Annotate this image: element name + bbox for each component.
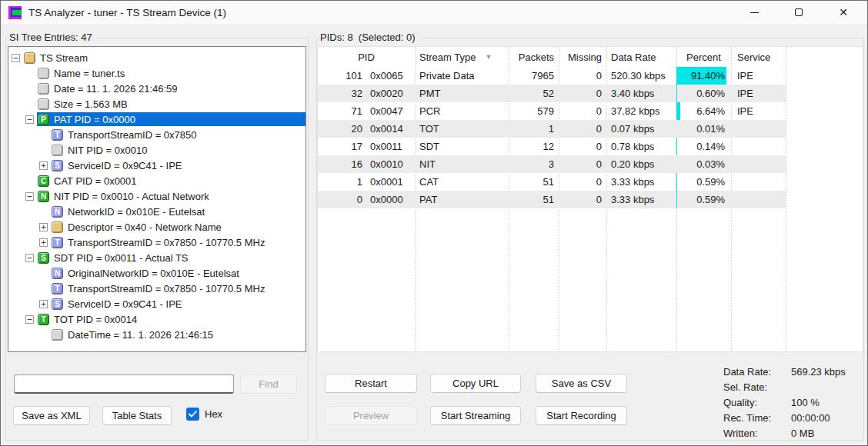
search-input[interactable] (14, 374, 234, 394)
table-stats-button[interactable]: Table Stats (102, 406, 172, 425)
tree-item-body[interactable]: NIT PID = 0x0010 (51, 143, 305, 157)
cell-stream-type: PMT (415, 85, 509, 102)
tree-item[interactable]: −NNetworkID = 0x010E - Eutelsat (8, 204, 305, 219)
tree-item[interactable]: −Name = tuner.ts (8, 65, 305, 81)
cell-data-rate: 0.20 kbps (606, 155, 676, 173)
find-button[interactable]: Find (240, 374, 297, 394)
header-missing[interactable]: Missing (559, 47, 606, 67)
table-row[interactable]: 00x0000PAT5103.33 kbps0.59% (318, 191, 786, 208)
header-pid[interactable]: PID (318, 47, 415, 67)
save-as-csv-button[interactable]: Save as CSV (536, 374, 627, 393)
tree-item-label: Date = 11. 1. 2026 21:46:59 (54, 83, 178, 95)
tree-item[interactable]: −NNIT PID = 0x0010 - Actual Network (8, 188, 305, 204)
table-row[interactable]: 10x0001CAT5103.33 kbps0.59% (318, 173, 786, 191)
start-streaming-button[interactable]: Start Streaming (430, 406, 521, 425)
pid-decimal: 0 (318, 194, 362, 205)
stat-label: Data Rate: (723, 366, 791, 378)
tree-item-label: Descriptor = 0x40 - Network Name (68, 221, 222, 233)
header-data-rate[interactable]: Data Rate (606, 47, 676, 67)
expand-icon[interactable]: + (39, 223, 48, 231)
tree-item[interactable]: +TTransportStreamID = 0x7850 - 10770.5 M… (8, 235, 305, 250)
tree-item[interactable]: +Descriptor = 0x40 - Network Name (8, 219, 305, 235)
tree-item[interactable]: −TTransportStreamID = 0x7850 (8, 127, 305, 142)
tree-item[interactable]: −Date = 11. 1. 2026 21:46:59 (8, 81, 305, 96)
table-row[interactable]: 710x0047PCR579037.82 kbps6.64%IPE (318, 102, 786, 120)
header-stream-type[interactable]: Stream Type ▼ (415, 47, 509, 67)
tree-item-body[interactable]: Descriptor = 0x40 - Network Name (51, 220, 305, 234)
tree-item-body[interactable]: CCAT PID = 0x0001 (37, 174, 305, 188)
tree-item-body[interactable]: NNIT PID = 0x0010 - Actual Network (37, 189, 305, 203)
collapse-icon[interactable]: − (25, 115, 34, 124)
tree-item-body[interactable]: Size = 1.563 MB (37, 97, 305, 111)
stat-label: Written: (723, 428, 791, 439)
tree-item-body[interactable]: TTransportStreamID = 0x7850 (51, 128, 305, 141)
tree-item-body[interactable]: TTOT PID = 0x0014 (37, 312, 305, 326)
header-service[interactable]: Service (731, 47, 786, 67)
tree-item-body[interactable]: SSDT PID = 0x0011 - Actual TS (37, 251, 305, 265)
sort-descending-icon: ▼ (485, 53, 492, 61)
cell-service: IPE (731, 67, 786, 85)
tree-item[interactable]: +SServiceID = 0x9C41 - IPE (8, 158, 305, 173)
tree-item[interactable]: −NIT PID = 0x0010 (8, 142, 305, 158)
tree-item[interactable]: +SServiceID = 0x9C41 - IPE (8, 296, 305, 311)
si-tree-groupbox: SI Tree Entries: 47 −TS Stream−Name = tu… (5, 38, 309, 441)
cell-stream-type: PCR (415, 102, 509, 120)
tree-item[interactable]: −CCAT PID = 0x0001 (8, 173, 305, 188)
tree-item[interactable]: −PPAT PID = 0x0000 (8, 112, 305, 127)
tree-item[interactable]: −DateTime = 11. 1. 2026 21:46:15 (8, 327, 305, 342)
pid-table[interactable]: PID Stream Type ▼ Packets Missing Data R… (317, 46, 863, 352)
tree-item[interactable]: −SSDT PID = 0x0011 - Actual TS (8, 250, 305, 265)
cell-stream-type: TOT (415, 120, 509, 138)
tree-item-body[interactable]: SServiceID = 0x9C41 - IPE (51, 158, 305, 172)
table-row[interactable]: 170x0011SDT1200.78 kbps0.14% (318, 138, 786, 155)
tree-item-body[interactable]: Date = 11. 1. 2026 21:46:59 (37, 82, 305, 95)
tree-item-body[interactable]: Name = tuner.ts (37, 66, 305, 80)
tree-item[interactable]: −TTOT PID = 0x0014 (8, 311, 305, 327)
tree-item-body[interactable]: TTransportStreamID = 0x7850 - 10770.5 MH… (51, 281, 305, 295)
minimize-button[interactable] (732, 1, 776, 24)
tree-item[interactable]: −NOriginalNetworkID = 0x010E - Eutelsat (8, 265, 305, 281)
expand-icon[interactable]: + (39, 300, 48, 308)
cell-packets: 51 (509, 191, 559, 208)
tree-item-body[interactable]: NNetworkID = 0x010E - Eutelsat (51, 205, 305, 218)
tree-item-body[interactable]: SServiceID = 0x9C41 - IPE (51, 297, 305, 311)
tree-item-body[interactable]: DateTime = 11. 1. 2026 21:46:15 (51, 328, 305, 341)
si-tree[interactable]: −TS Stream−Name = tuner.ts−Date = 11. 1.… (8, 46, 306, 352)
collapse-icon[interactable]: − (12, 54, 20, 62)
collapse-icon[interactable]: − (25, 254, 34, 262)
copy-url-button[interactable]: Copy URL (430, 374, 521, 393)
preview-button[interactable]: Preview (325, 406, 417, 425)
tree-item-selected[interactable]: PPAT PID = 0x0000 (37, 112, 305, 126)
pid-hex: 0x0047 (370, 105, 403, 117)
collapse-icon[interactable]: − (25, 315, 34, 324)
expand-icon[interactable]: + (39, 161, 48, 170)
table-row[interactable]: 200x0014TOT100.07 kbps0.01% (318, 120, 786, 138)
cell-percent: 0.01% (676, 120, 731, 138)
header-packets[interactable]: Packets (509, 47, 559, 67)
start-recording-button[interactable]: Start Recording (536, 406, 627, 425)
tree-item-body[interactable]: TS Stream (23, 51, 305, 65)
tree-item-body[interactable]: TTransportStreamID = 0x7850 - 10770.5 MH… (51, 235, 305, 249)
cell-service (731, 138, 786, 155)
green-icon: S (38, 252, 49, 264)
header-percent[interactable]: Percent (676, 47, 731, 67)
maximize-button[interactable] (776, 1, 821, 24)
stat-label: Rec. Time: (723, 412, 791, 424)
close-button[interactable]: ✕ (821, 1, 866, 24)
hex-checkbox[interactable] (186, 408, 199, 421)
table-row[interactable]: 1010x0065Private Data79650520.30 kbps91.… (318, 67, 786, 85)
table-row[interactable]: 160x0010NIT300.20 kbps0.03% (318, 155, 786, 173)
table-row[interactable]: 320x0020PMT5203.40 kbps0.60%IPE (318, 85, 786, 102)
table-body: 1010x0065Private Data79650520.30 kbps91.… (318, 67, 863, 208)
restart-button[interactable]: Restart (325, 374, 417, 393)
tree-item-label: NIT PID = 0x0010 - Actual Network (54, 191, 209, 202)
collapse-icon[interactable]: − (25, 192, 34, 201)
expand-icon[interactable]: + (39, 238, 48, 247)
tree-item-body[interactable]: NOriginalNetworkID = 0x010E - Eutelsat (51, 266, 305, 280)
tree-item[interactable]: −Size = 1.563 MB (8, 96, 305, 112)
pids-groupbox: PIDs: 8 (Selected: 0) PID Stream Type ▼ … (316, 38, 864, 441)
save-as-xml-button[interactable]: Save as XML (13, 406, 90, 425)
tree-item[interactable]: −TTransportStreamID = 0x7850 - 10770.5 M… (8, 281, 305, 296)
pid-decimal: 17 (318, 141, 362, 152)
tree-item[interactable]: −TS Stream (8, 50, 305, 65)
